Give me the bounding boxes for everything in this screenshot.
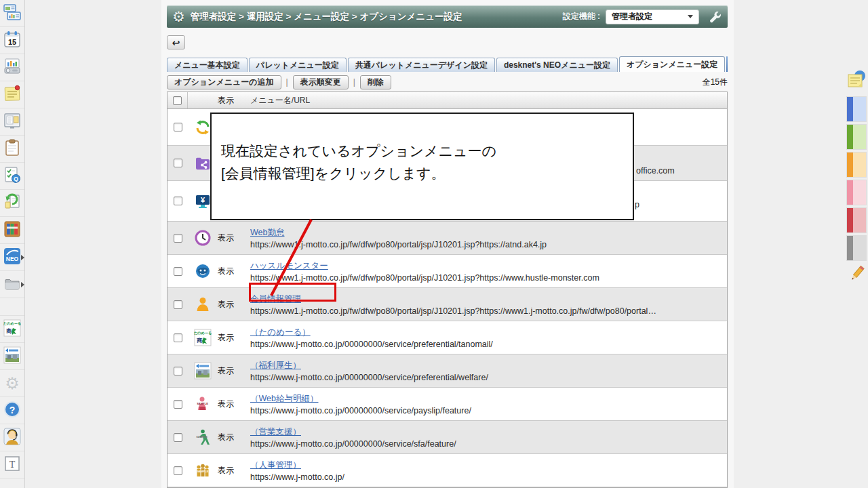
projector-icon	[3, 57, 22, 79]
table-row: 表示 Web勤怠https://www1.j-motto.co.jp/fw/df…	[167, 222, 727, 255]
note-color-green[interactable]	[847, 125, 866, 149]
table-row: SAMPLE 表示 （Web給与明細）https://www.j-motto.c…	[167, 388, 727, 421]
sidebar-item-tanomail[interactable]: たのめーる商	[0, 316, 24, 343]
settings-tabs: メニュー基本設定 パレットメニュー設定 共通パレットメニューデザイン設定 des…	[167, 56, 728, 72]
pencil-icon[interactable]	[848, 264, 865, 287]
sidebar-item-circulation[interactable]	[0, 190, 24, 217]
function-select-value: 管理者設定	[612, 11, 652, 22]
menu-url: https://www.j-motto.co.jp/00000000/servi…	[250, 438, 727, 450]
svg-text:¥: ¥	[201, 196, 205, 204]
row-checkbox[interactable]	[174, 333, 182, 342]
menu-link-hustle-monster[interactable]: ハッスルモンスター	[250, 260, 328, 272]
partial-url-text: p	[635, 200, 639, 209]
note-color-pink[interactable]	[847, 180, 866, 205]
svg-text:15: 15	[8, 37, 16, 45]
row-checkbox[interactable]	[174, 234, 182, 243]
sidebar-item-library[interactable]	[0, 217, 24, 244]
row-show-label: 表示	[218, 465, 250, 476]
tab-option-menu[interactable]: オプションメニュー設定	[619, 56, 725, 72]
instruction-line-1: 現在設定されているオプションメニューの	[221, 140, 633, 162]
sidebar-item-help[interactable]: ?	[0, 397, 24, 424]
clock-icon	[188, 229, 218, 247]
sidebar-item-clipboard[interactable]	[0, 136, 24, 163]
tab-palette-design[interactable]: 共通パレットメニューデザイン設定	[348, 58, 495, 72]
row-checkbox[interactable]	[174, 367, 182, 375]
row-checkbox[interactable]	[174, 267, 182, 276]
instruction-line-2: [会員情報管理]をクリックします。	[221, 162, 633, 184]
row-checkbox[interactable]	[174, 400, 182, 409]
application-window: 15 Q NEO たのめーる商 ⚙ ? T ⚙ 管理者設定 > 運用設定 > メ…	[0, 0, 868, 488]
sidebar-item-admin-settings[interactable]: ⚙	[0, 370, 24, 397]
note-color-gray[interactable]	[847, 236, 866, 260]
sidebar-item-neo[interactable]: NEO	[0, 244, 24, 271]
left-sidebar: 15 Q NEO たのめーる商 ⚙ ? T	[0, 0, 25, 488]
chevron-down-icon	[688, 15, 693, 18]
back-button[interactable]: ↩	[167, 35, 185, 49]
tab-palette-menu[interactable]: パレットメニュー設定	[249, 58, 347, 72]
delete-button[interactable]: 削除	[360, 75, 391, 89]
svg-text:SAMPLE: SAMPLE	[197, 470, 209, 473]
memo-icon	[3, 84, 22, 106]
menu-link-member-info[interactable]: 会員情報管理	[250, 293, 301, 305]
text-size-icon: T	[3, 454, 22, 476]
menu-link-payslip[interactable]: （Web給与明細）	[250, 392, 318, 405]
select-all-checkbox[interactable]	[173, 96, 182, 105]
table-row-member-info: 表示 会員情報管理https://www1.j-motto.co.jp/fw/d…	[167, 288, 727, 321]
tab-neo-menu[interactable]: desknet's NEOメニュー設定	[496, 58, 618, 72]
expand-arrow-icon[interactable]	[21, 255, 24, 260]
operator-icon	[3, 427, 22, 449]
sidebar-item-schedule[interactable]: 15	[0, 27, 24, 54]
sidebar-item-welfare[interactable]	[0, 343, 24, 370]
svg-text:商: 商	[197, 337, 203, 344]
hr-icon: SAMPLE	[188, 462, 218, 479]
row-checkbox[interactable]	[174, 466, 182, 475]
sidebar-item-bulletin[interactable]	[0, 108, 24, 136]
note-color-red[interactable]	[847, 208, 866, 232]
sidebar-item-survey[interactable]: Q	[0, 163, 24, 190]
sidebar-item-presentation[interactable]	[0, 54, 24, 81]
admin-header-bar: ⚙ 管理者設定 > 運用設定 > メニュー設定 > オプションメニュー設定 設定…	[167, 5, 728, 28]
svg-text:NEO: NEO	[6, 256, 19, 262]
tab-menu-basic[interactable]: メニュー基本設定	[167, 58, 248, 72]
sidebar-item-text-size[interactable]: T	[0, 451, 24, 479]
monster-icon	[188, 262, 218, 280]
row-checkbox[interactable]	[174, 197, 182, 205]
menu-url: https://www.j-motto.co.jp/	[250, 471, 727, 483]
sidebar-item-folder[interactable]	[0, 271, 24, 298]
expand-arrow-icon[interactable]	[21, 282, 24, 287]
table-row: たのめーる商 表示 （たのめーる）https://www.j-motto.co.…	[167, 321, 727, 354]
wrench-icon[interactable]	[709, 10, 722, 24]
member-icon	[188, 296, 218, 313]
back-arrow-icon: ↩	[172, 37, 180, 48]
row-checkbox[interactable]	[174, 159, 182, 167]
row-show-label: 表示	[218, 232, 250, 244]
menu-link-web-kintai[interactable]: Web勤怠	[250, 226, 284, 239]
svg-text:?: ?	[9, 404, 16, 415]
row-checkbox[interactable]	[174, 300, 182, 309]
table-row: SAMPLE 表示 （営業支援）https://www.j-motto.co.j…	[167, 421, 727, 454]
total-count: 全15件	[703, 77, 728, 88]
menu-link-welfare[interactable]: （福利厚生）	[250, 359, 301, 371]
menu-link-sfa[interactable]: （営業支援）	[250, 426, 301, 438]
menu-link-tanomail[interactable]: （たのめーる）	[250, 326, 311, 338]
sidebar-item-memo[interactable]	[0, 81, 24, 108]
row-show-label: 表示	[218, 332, 250, 344]
right-rail	[846, 69, 867, 287]
note-icon[interactable]	[846, 69, 867, 94]
menu-link-hr[interactable]: （人事管理）	[250, 459, 301, 471]
row-checkbox[interactable]	[174, 433, 182, 442]
row-checkbox[interactable]	[174, 123, 182, 131]
note-color-orange[interactable]	[847, 152, 866, 177]
note-color-blue[interactable]	[847, 97, 866, 121]
main-content: ⚙ 管理者設定 > 運用設定 > メニュー設定 > オプションメニュー設定 設定…	[161, 0, 734, 488]
sidebar-item-portal[interactable]	[0, 0, 24, 27]
instruction-callout: 現在設定されているオプションメニューの [会員情報管理]をクリックします。	[210, 113, 634, 220]
function-select[interactable]: 管理者設定	[606, 9, 699, 24]
menu-url: https://www1.j-motto.co.jp/fw/dfw/po80/p…	[250, 239, 727, 251]
library-icon	[3, 220, 22, 241]
action-toolbar: オプションメニューの追加 | 表示順変更 | 削除 全15件	[167, 72, 728, 90]
add-option-menu-button[interactable]: オプションメニューの追加	[167, 75, 281, 89]
reorder-button[interactable]: 表示順変更	[293, 75, 349, 89]
sidebar-item-support[interactable]	[0, 424, 24, 451]
show-column-header: 表示	[218, 92, 250, 108]
